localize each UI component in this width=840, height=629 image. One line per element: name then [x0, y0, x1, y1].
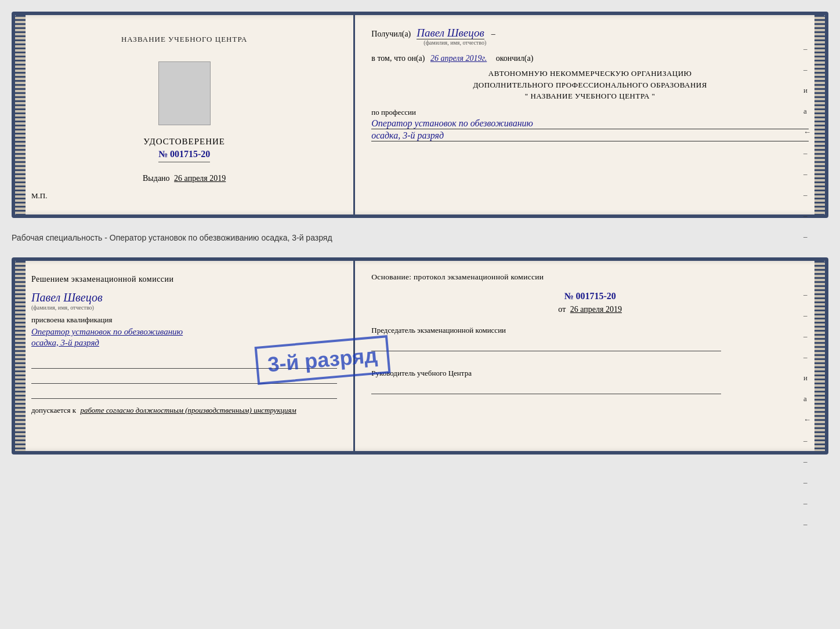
dopuskaetsya-label: допускается к — [31, 406, 76, 415]
sig-line-2 — [31, 372, 337, 384]
page-container: НАЗВАНИЕ УЧЕБНОГО ЦЕНТРА УДОСТОВЕРЕНИЕ №… — [12, 12, 828, 455]
udostoverenie-number: № 001715-20 — [158, 149, 210, 162]
okonchil-label: окончил(а) — [496, 54, 534, 63]
right-side-marks-2: – – – – и а ← – – – – – — [803, 290, 811, 529]
poluchil-label: Получил(а) — [371, 30, 411, 38]
org-block-1: АВТОНОМНУЮ НЕКОММЕРЧЕСКУЮ ОРГАНИЗАЦИЮ ДО… — [371, 68, 809, 102]
org-line3: " НАЗВАНИЕ УЧЕБНОГО ЦЕНТРА " — [371, 90, 809, 102]
po-professii-label: по профессии — [371, 108, 809, 117]
person-name-2: Павел Швецов — [31, 291, 103, 304]
person-name-1: Павел Швецов — [417, 27, 484, 39]
v-tom-label: в том, что он(а) — [371, 54, 425, 63]
vydano-label: Выдано — [143, 174, 170, 183]
person-block-2: Павел Швецов (фамилия, имя, отчество) — [31, 291, 337, 311]
rukovoditel-label: Руководитель учебного Центра — [371, 369, 809, 394]
rukovoditel-text: Руководитель учебного Центра — [371, 369, 809, 378]
predsedatel-label: Председатель экзаменационной комиссии — [371, 326, 809, 351]
doc1-right: Получил(а) Павел Швецов – (фамилия, имя,… — [355, 15, 825, 214]
profession-text-1: Оператор установок по обезвоживанию — [371, 118, 809, 129]
ot-label: от — [558, 305, 566, 314]
v-tom-line: в том, что он(а) 26 апреля 2019г. окончи… — [371, 54, 809, 63]
fio-sublabel-2: (фамилия, имя, отчество) — [31, 304, 337, 311]
razryad-underline-2: осадка, 3-й разряд — [31, 338, 337, 348]
ot-date-line: от 26 апреля 2019 — [371, 305, 809, 314]
razryad-text-1: осадка, 3-й разряд — [371, 130, 809, 141]
dopuskaetsya-line: допускается к работе согласно должностны… — [31, 406, 337, 415]
separator-text: Рабочая специальность - Оператор установ… — [12, 228, 828, 247]
osnovanie-line: Основание: протокол экзаменационной коми… — [371, 272, 809, 282]
ot-date: 26 апреля 2019 — [570, 305, 622, 314]
dopuskaetsya-value: работе согласно должностным (производств… — [80, 406, 296, 415]
org-line2: ДОПОЛНИТЕЛЬНОГО ПРОФЕССИОНАЛЬНОГО ОБРАЗО… — [371, 79, 809, 91]
vydano-line: Выдано 26 апреля 2019 — [143, 174, 226, 183]
right-side-marks-1: – – и а ← – – – – – — [803, 44, 811, 241]
doc2-left: Решением экзаменационной комиссии Павел … — [15, 261, 355, 451]
poluchil-block: Получил(а) Павел Швецов – (фамилия, имя,… — [371, 27, 809, 46]
mp-line: М.П. — [31, 191, 47, 201]
protocol-number: № 001715-20 — [371, 291, 809, 301]
photo-placeholder — [158, 61, 211, 125]
training-center-title-1: НАЗВАНИЕ УЧЕБНОГО ЦЕНТРА — [121, 35, 247, 44]
rukovoditel-sig-line — [371, 380, 721, 394]
prisvoena-label: присвоена квалификация — [31, 315, 337, 325]
vydano-date: 26 апреля 2019 — [174, 174, 226, 183]
sig-line-3 — [31, 387, 337, 399]
date-value-1: 26 апреля 2019г. — [430, 54, 487, 63]
sig-line-1 — [31, 357, 337, 369]
udostoverenie-label: УДОСТОВЕРЕНИЕ — [143, 137, 225, 147]
doc1-left: НАЗВАНИЕ УЧЕБНОГО ЦЕНТРА УДОСТОВЕРЕНИЕ №… — [15, 15, 355, 214]
doc2-right: Основание: протокол экзаменационной коми… — [355, 261, 825, 451]
predsedatel-text: Председатель экзаменационной комиссии — [371, 326, 809, 335]
predsedatel-sig-line — [371, 337, 721, 351]
fio-sublabel-1: (фамилия, имя, отчество) — [371, 39, 809, 46]
resheniem-line: Решением экзаменационной комиссии — [31, 275, 337, 284]
document-card-1: НАЗВАНИЕ УЧЕБНОГО ЦЕНТРА УДОСТОВЕРЕНИЕ №… — [12, 12, 828, 218]
dash-1: – — [491, 30, 495, 38]
signature-lines — [31, 357, 337, 399]
org-line1: АВТОНОМНУЮ НЕКОММЕРЧЕСКУЮ ОРГАНИЗАЦИЮ — [371, 68, 809, 79]
document-card-2: Решением экзаменационной комиссии Павел … — [12, 257, 828, 455]
profession-underline-2: Оператор установок по обезвоживанию — [31, 327, 337, 337]
